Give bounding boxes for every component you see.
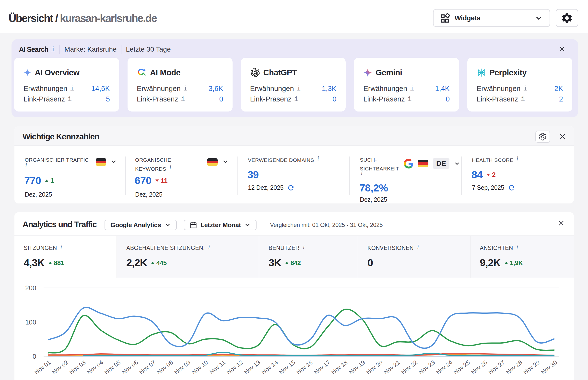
svg-text:Nov 04: Nov 04: [86, 359, 104, 376]
svg-text:Nov 22: Nov 22: [400, 359, 419, 376]
svg-text:Nov 08: Nov 08: [155, 359, 174, 376]
svg-text:Nov 13: Nov 13: [243, 359, 262, 376]
svg-text:Nov 17: Nov 17: [313, 359, 331, 376]
svg-text:Nov 18: Nov 18: [330, 359, 349, 376]
svg-text:Nov 12: Nov 12: [225, 359, 244, 376]
svg-text:Nov 29: Nov 29: [522, 359, 541, 376]
svg-text:Nov 27: Nov 27: [487, 359, 506, 376]
svg-text:Nov 23: Nov 23: [417, 359, 436, 376]
svg-text:Nov 05: Nov 05: [103, 359, 122, 376]
svg-text:Nov 19: Nov 19: [348, 359, 366, 376]
svg-text:Nov 15: Nov 15: [278, 359, 296, 376]
svg-text:Nov 07: Nov 07: [138, 359, 157, 376]
svg-text:Nov 14: Nov 14: [260, 359, 279, 376]
svg-text:100: 100: [25, 319, 36, 326]
svg-text:Nov 09: Nov 09: [173, 359, 192, 376]
svg-text:Nov 10: Nov 10: [190, 359, 209, 376]
svg-text:Nov 21: Nov 21: [382, 359, 401, 376]
svg-text:Nov 06: Nov 06: [121, 359, 139, 376]
svg-text:Nov 20: Nov 20: [365, 359, 384, 376]
svg-text:Nov 28: Nov 28: [505, 359, 524, 376]
svg-text:Nov 11: Nov 11: [208, 359, 226, 375]
svg-text:Nov 01: Nov 01: [33, 359, 52, 376]
svg-text:0: 0: [33, 353, 36, 360]
svg-text:Nov 30: Nov 30: [540, 359, 558, 376]
svg-text:Nov 24: Nov 24: [435, 359, 454, 376]
svg-text:Nov 25: Nov 25: [452, 359, 471, 376]
svg-text:Nov 16: Nov 16: [295, 359, 314, 376]
svg-text:Nov 03: Nov 03: [68, 359, 87, 376]
svg-text:Nov 26: Nov 26: [470, 359, 489, 376]
svg-text:Nov 02: Nov 02: [51, 359, 70, 376]
svg-text:200: 200: [25, 285, 36, 292]
